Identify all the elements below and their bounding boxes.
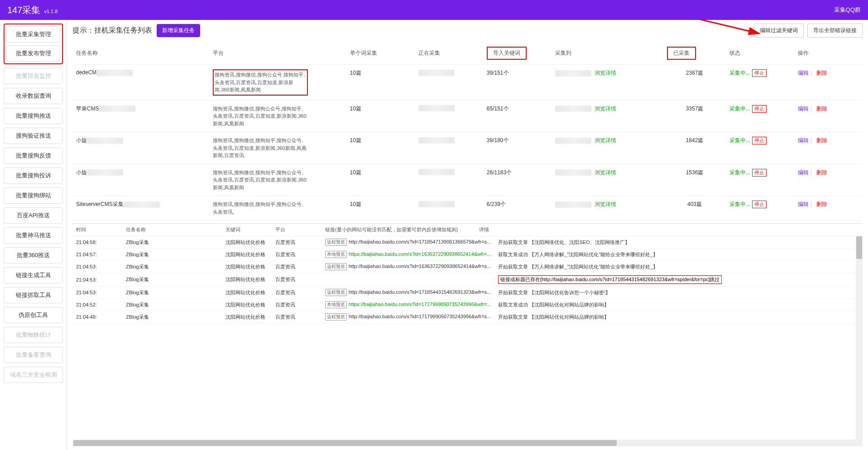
th-collecting: 正在采集 [415, 42, 483, 65]
ops-cell: 编辑|删除 [794, 196, 863, 220]
th-log-link: 链接(量小的网站可能没有匹配，如需要可群内反馈增加规则) [321, 224, 475, 236]
log-row: 21:04:53:ZBlog采集沈阳网站优化价格百度资讯远程预览http://b… [72, 287, 863, 299]
log-link: 本地预览https://baijiahao.baidu.com/s?id=171… [321, 299, 494, 311]
collected-count: 1536篇 [663, 164, 725, 196]
collecting-cell [415, 164, 483, 196]
collect-to-cell: 浏览详情 [551, 65, 663, 101]
log-time: 21:04:58: [72, 236, 122, 249]
export-errors-button[interactable]: 导出全部错误链接 [807, 24, 863, 38]
sidebar-item-3[interactable]: 搜狗验证推送 [4, 128, 63, 144]
delete-link[interactable]: 删除 [816, 70, 827, 76]
collected-count: 1842篇 [663, 132, 725, 164]
edit-link[interactable]: 编辑 [798, 201, 809, 207]
sidebar-item-11[interactable]: 链接抓取工具 [4, 287, 63, 303]
qq-group-link[interactable]: 采集QQ群 [834, 6, 861, 13]
keywords-count: 39/180个 [483, 132, 551, 164]
platform-text: 搜狗资讯,搜狗微信,搜狗知乎,搜狗公众号,头条资讯,百度知道,新浪新闻,360新… [213, 137, 308, 159]
sidebar-item-14: 批量备案查询 [4, 347, 63, 363]
edit-link[interactable]: 编辑 [798, 169, 809, 176]
detail-link[interactable]: 浏览详情 [595, 105, 616, 112]
delete-link[interactable]: 删除 [816, 201, 827, 207]
collecting-cell [415, 196, 483, 220]
edit-link[interactable]: 编辑 [798, 137, 809, 144]
log-link: 本地预览https://baijiahao.baidu.com/s?id=163… [321, 249, 494, 261]
edit-link[interactable]: 编辑 [798, 70, 809, 76]
sidebar-item-collect-manage[interactable]: 批量采集管理 [6, 26, 60, 43]
stop-button[interactable]: 停止 [752, 69, 767, 77]
stop-button[interactable]: 停止 [752, 169, 767, 177]
log-time: 21:04:52: [72, 299, 122, 311]
ops-cell: 编辑|删除 [794, 132, 863, 164]
task-row: dedeCM搜狗资讯,搜狗微信,搜狗公众号,搜狗知乎,头条资讯,百度资讯,百度知… [72, 65, 863, 101]
sidebar-item-publish-manage[interactable]: 批量发布管理 [6, 45, 60, 62]
delete-link[interactable]: 删除 [816, 105, 827, 112]
status-cell: 采集中...停止 [726, 132, 794, 164]
platform-text: 搜狗资讯,搜狗微信,搜狗公众号,搜狗知乎,头条资讯,百度资讯,百度知道,新浪新闻… [213, 105, 308, 128]
task-name: SiteserverCMS采集 [72, 196, 209, 220]
sidebar-item-4[interactable]: 批量搜狗反馈 [4, 148, 63, 164]
log-platform: 百度资讯 [272, 236, 321, 249]
sidebar-item-12[interactable]: 伪原创工具 [4, 307, 63, 323]
log-row: 21:04:48:ZBlog采集沈阳网站优化价格百度资讯远程预览http://b… [72, 311, 863, 323]
collect-to-cell: 浏览详情 [551, 132, 663, 164]
vertical-scrollbar[interactable] [856, 236, 863, 440]
th-ops: 操作 [794, 42, 863, 65]
log-task: ZBlog采集 [122, 273, 222, 287]
sidebar-item-8[interactable]: 批量神马推送 [4, 227, 63, 244]
log-row: 21:04:53:ZBlog采集沈阳网站优化价格百度资讯链接或标题已存在[htt… [72, 273, 863, 287]
sidebar-item-10[interactable]: 链接生成工具 [4, 267, 63, 283]
log-keyword: 沈阳网站优化价格 [222, 299, 272, 311]
log-keyword: 沈阳网站优化价格 [222, 261, 272, 273]
status-cell: 采集中...停止 [726, 164, 794, 196]
th-log-platform: 平台 [272, 224, 321, 236]
sidebar-item-15: 域名三方安全检测 [4, 367, 63, 383]
log-link: 远程预览http://baijiahao.baidu.com/s?id=1636… [321, 261, 494, 273]
log-keyword: 沈阳网站优化价格 [222, 287, 272, 299]
detail-link[interactable]: 浏览详情 [595, 137, 616, 144]
delete-link[interactable]: 删除 [816, 137, 827, 144]
collected-count: 3357篇 [663, 100, 725, 132]
th-collect-to: 采集到 [551, 42, 663, 65]
log-platform: 百度资讯 [272, 261, 321, 273]
new-task-button[interactable]: 新增采集任务 [157, 24, 200, 37]
sidebar-item-13: 批量蜘蛛统计 [4, 327, 63, 343]
detail-link[interactable]: 浏览详情 [595, 201, 616, 207]
filter-keywords-button[interactable]: 编辑过滤关键词 [754, 24, 804, 38]
remote-preview-tag[interactable]: 远程预览 [325, 289, 347, 296]
horizontal-scrollbar[interactable] [72, 440, 863, 446]
sidebar-item-7[interactable]: 百度API推送 [4, 207, 63, 224]
remote-preview-tag[interactable]: 远程预览 [325, 239, 347, 246]
th-log-keyword: 关键词 [222, 224, 272, 236]
app-header: 147采集 v1.1.8 采集QQ群 [0, 0, 868, 20]
collecting-cell [415, 132, 483, 164]
log-task: ZBlog采集 [122, 287, 222, 299]
log-detail: 开始获取文章 【沈阳网站优化告诉您一个小秘密!】 [494, 287, 863, 299]
sidebar-item-5[interactable]: 批量搜狗投诉 [4, 168, 63, 184]
th-single: 单个词采集 [346, 42, 415, 65]
detail-highlight: 链接或标题已存在[http://baijiahao.baidu.com/s?id… [498, 275, 722, 284]
edit-link[interactable]: 编辑 [798, 105, 809, 112]
local-preview-tag[interactable]: 本地预览 [325, 301, 347, 308]
stop-button[interactable]: 停止 [752, 105, 767, 113]
remote-preview-tag[interactable]: 远程预览 [325, 263, 347, 270]
sidebar-item-9[interactable]: 批量360推送 [4, 247, 63, 263]
stop-button[interactable]: 停止 [752, 137, 767, 144]
stop-button[interactable]: 停止 [752, 201, 767, 208]
sidebar-item-2[interactable]: 批量搜狗推送 [4, 108, 63, 124]
collecting-cell [415, 100, 483, 132]
task-row: SiteserverCMS采集搜狗资讯,搜狗微信,搜狗知乎,搜狗公众号,头条资讯… [72, 196, 863, 220]
sidebar-item-1[interactable]: 收录数据查询 [4, 88, 63, 104]
detail-link[interactable]: 浏览详情 [595, 169, 616, 176]
log-task: ZBlog采集 [122, 236, 222, 249]
delete-link[interactable]: 删除 [816, 169, 827, 176]
remote-preview-tag[interactable]: 远程预览 [325, 313, 347, 321]
detail-link[interactable]: 浏览详情 [595, 70, 616, 76]
log-time: 21:04:48: [72, 311, 122, 323]
status-cell: 采集中...停止 [726, 196, 794, 220]
local-preview-tag[interactable]: 本地预览 [325, 251, 347, 258]
log-task: ZBlog采集 [122, 261, 222, 273]
sidebar-item-6[interactable]: 批量搜狗绑站 [4, 187, 63, 204]
app-title: 147采集 [7, 4, 40, 16]
ops-cell: 编辑|删除 [794, 164, 863, 196]
task-row: 小旋搜狗资讯,搜狗微信,搜狗知乎,搜狗公众号,头条资讯,百度资讯,百度知道,新浪… [72, 164, 863, 196]
